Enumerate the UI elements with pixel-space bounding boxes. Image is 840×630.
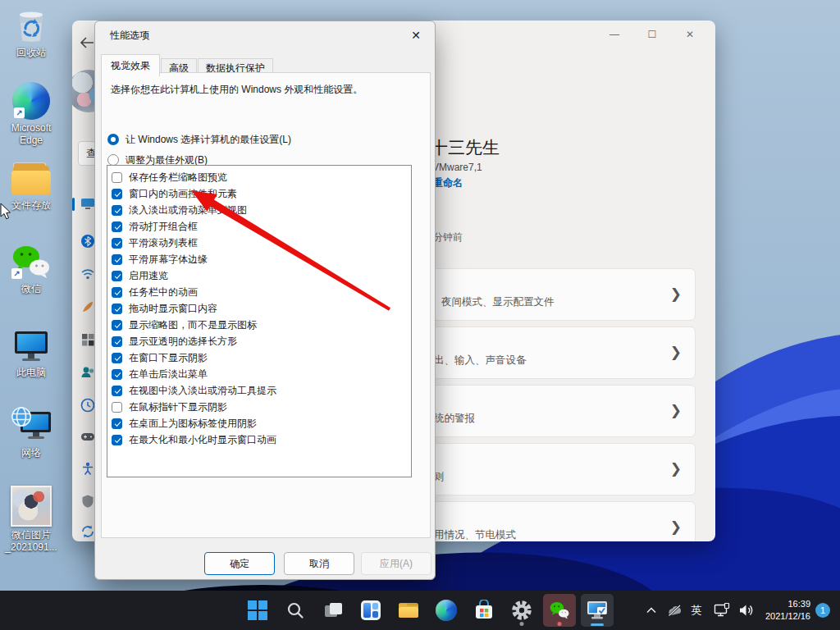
shortcut-arrow-icon: ↗ <box>14 107 25 118</box>
card-description: 出、输入、声音设备 <box>434 354 527 368</box>
wechat-taskbar-button[interactable] <box>543 594 576 627</box>
checkbox[interactable] <box>112 353 122 363</box>
desktop-icon-edge[interactable]: ↗ Microsoft Edge <box>1 82 62 147</box>
effect-option[interactable]: 启用速览 <box>107 267 411 284</box>
close-button[interactable]: ✕ <box>671 21 709 48</box>
desktop-icon-label: 回收站 <box>16 47 46 59</box>
checkbox[interactable] <box>112 402 122 413</box>
checkbox[interactable] <box>112 418 122 429</box>
edge-icon <box>436 600 457 621</box>
effect-option[interactable]: 在桌面上为图标标签使用阴影 <box>107 415 411 431</box>
desktop-icon-wechat-image[interactable]: 微信图片 _2021091... <box>1 486 62 554</box>
network-tray-button[interactable] <box>710 591 733 630</box>
tray-status-button[interactable] <box>664 591 684 630</box>
checkbox[interactable] <box>112 221 122 232</box>
chevron-up-icon <box>646 607 656 614</box>
effect-option[interactable]: 任务栏中的动画 <box>107 284 411 300</box>
radio-icon[interactable] <box>107 154 119 166</box>
effect-option[interactable]: 拖动时显示窗口内容 <box>107 300 411 317</box>
back-icon[interactable] <box>80 37 94 48</box>
checkbox[interactable] <box>112 287 122 298</box>
desktop-icon-label: 文件存放 <box>11 199 51 212</box>
effect-option[interactable]: 保存任务栏缩略图预览 <box>107 169 411 185</box>
maximize-button[interactable]: ☐ <box>633 21 671 48</box>
mouse-cursor <box>0 203 11 220</box>
ok-button[interactable]: 确定 <box>204 552 275 575</box>
card-description: 统的警报 <box>434 412 475 426</box>
effect-option[interactable]: 淡入淡出或滑动菜单到视图 <box>107 202 411 218</box>
chevron-right-icon: ❯ <box>670 344 682 361</box>
sidebar-item-apps[interactable] <box>80 332 95 347</box>
checkbox[interactable] <box>112 238 122 249</box>
apply-button[interactable]: 应用(A) <box>361 552 431 575</box>
cancel-button[interactable]: 取消 <box>284 552 354 575</box>
sidebar-item-time-language[interactable] <box>80 398 95 413</box>
chevron-right-icon: ❯ <box>670 285 682 303</box>
this-pc-icon <box>11 326 52 364</box>
effect-option[interactable]: 在单击后淡出菜单 <box>107 366 411 382</box>
device-model: VMware7,1 <box>432 162 482 173</box>
effect-option[interactable]: 在窗口下显示阴影 <box>107 349 411 366</box>
task-view-button[interactable] <box>317 594 349 627</box>
effect-option[interactable]: 窗口内的动画控件和元素 <box>107 185 411 202</box>
search-button[interactable] <box>279 594 312 627</box>
checkbox[interactable] <box>112 369 122 380</box>
file-explorer-button[interactable] <box>392 594 425 627</box>
desktop-icon-wechat[interactable]: ↗ 微信 <box>1 243 62 295</box>
checkbox[interactable] <box>112 271 122 281</box>
notification-badge[interactable]: 1 <box>815 603 830 618</box>
sidebar-item-privacy[interactable] <box>80 494 95 509</box>
radio-icon[interactable] <box>107 134 119 145</box>
sidebar-item-personalization[interactable] <box>80 299 95 314</box>
store-button[interactable] <box>468 594 500 627</box>
minimize-button[interactable]: — <box>596 21 633 48</box>
effect-option[interactable]: 平滑滚动列表框 <box>107 235 411 251</box>
sidebar-item-bluetooth[interactable] <box>80 234 95 249</box>
checkbox[interactable] <box>112 172 122 183</box>
tray-date: 2021/12/16 <box>756 610 810 623</box>
checkbox[interactable] <box>112 189 122 199</box>
settings-button[interactable] <box>505 594 538 627</box>
effect-option[interactable]: 显示缩略图，而不是显示图标 <box>107 317 411 333</box>
effect-option[interactable]: 在最大化和最小化时显示窗口动画 <box>107 431 411 448</box>
ime-language-indicator[interactable]: 英 <box>686 591 707 630</box>
widgets-button[interactable] <box>354 594 387 627</box>
rename-link[interactable]: 重命名 <box>432 176 463 190</box>
edge-button[interactable] <box>430 594 463 627</box>
shortcut-arrow-icon: ↗ <box>11 268 22 279</box>
card-description: 夜间模式、显示配置文件 <box>441 295 555 309</box>
effect-option[interactable]: 在视图中淡入淡出或滑动工具提示 <box>107 382 411 399</box>
dialog-close-button[interactable]: ✕ <box>404 25 428 46</box>
checkbox[interactable] <box>112 320 122 331</box>
desktop-icon-recycle-bin[interactable]: 回收站 <box>1 7 62 59</box>
radio-let-windows-choose[interactable]: 让 Windows 选择计算机的最佳设置(L) <box>107 133 291 146</box>
sidebar-item-system[interactable] <box>80 196 95 211</box>
sidebar-item-accounts[interactable] <box>80 365 95 380</box>
desktop-icon-this-pc[interactable]: 此电脑 <box>1 326 62 379</box>
clock[interactable]: 16:39 2021/12/16 <box>756 598 810 623</box>
effect-option[interactable]: 滑动打开组合框 <box>107 218 411 235</box>
effect-option[interactable]: 平滑屏幕字体边缘 <box>107 251 411 267</box>
sidebar-item-gaming[interactable] <box>80 429 95 444</box>
checkbox[interactable] <box>112 435 122 445</box>
effect-option[interactable]: 显示亚透明的选择长方形 <box>107 333 411 349</box>
sidebar-item-accessibility[interactable] <box>80 461 95 476</box>
sidebar-item-network[interactable] <box>80 267 95 281</box>
start-button[interactable] <box>241 594 274 627</box>
sidebar-item-windows-update[interactable] <box>80 524 95 539</box>
checkbox[interactable] <box>112 254 122 265</box>
visual-effects-list[interactable]: 保存任务栏缩略图预览 窗口内的动画控件和元素 淡入淡出或滑动菜单到视图 滑动打开… <box>107 165 412 477</box>
tray-expand-button[interactable] <box>641 591 661 630</box>
wechat-icon <box>548 600 571 620</box>
volume-tray-button[interactable] <box>735 591 758 630</box>
checkbox[interactable] <box>112 205 122 216</box>
checkbox[interactable] <box>112 304 122 314</box>
desktop: 回收站 ↗ Microsoft Edge 文件存放 ↗ 微信 <box>0 0 840 630</box>
dialog-description: 选择你想在此计算机上使用的 Windows 外观和性能设置。 <box>111 83 363 97</box>
checkbox[interactable] <box>112 336 122 347</box>
system-properties-button[interactable] <box>581 594 614 627</box>
checkbox[interactable] <box>112 386 122 396</box>
tab-visual-effects[interactable]: 视觉效果 <box>101 54 160 76</box>
effect-option[interactable]: 在鼠标指针下显示阴影 <box>107 399 411 415</box>
desktop-icon-network[interactable]: 网络 <box>1 404 62 459</box>
